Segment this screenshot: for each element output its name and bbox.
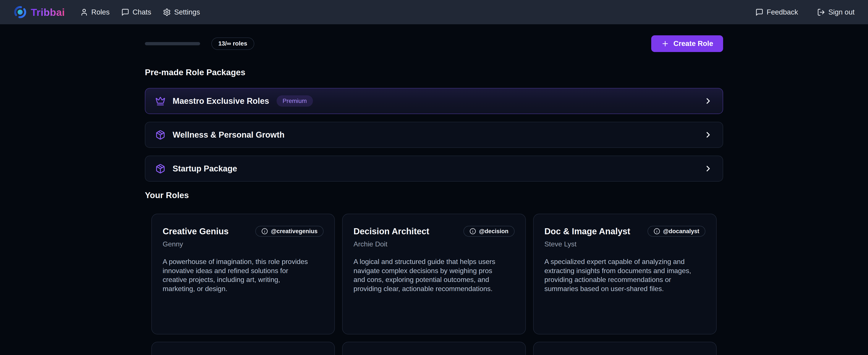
package-title: Wellness & Personal Growth xyxy=(173,130,285,140)
logout-icon xyxy=(817,8,825,16)
role-card-partial[interactable] xyxy=(151,342,335,355)
feedback-bubble-icon xyxy=(755,8,764,16)
tribbai-logo-icon xyxy=(13,5,27,19)
feedback-label: Feedback xyxy=(767,8,798,16)
info-icon xyxy=(654,228,660,235)
role-card-creative-genius[interactable]: Creative Genius @creativegenius Genny A … xyxy=(151,214,335,334)
brand-logo[interactable]: Tribbai xyxy=(13,5,65,19)
role-handle-badge[interactable]: @decision xyxy=(463,226,515,237)
role-description: A specialized expert capable of analyzin… xyxy=(545,257,696,293)
nav-right: Feedback Sign out xyxy=(755,8,855,16)
package-row-startup[interactable]: Startup Package xyxy=(145,156,723,182)
role-handle: @decision xyxy=(479,228,508,235)
signout-button[interactable]: Sign out xyxy=(817,8,855,16)
gear-icon xyxy=(163,8,171,16)
chevron-right-icon xyxy=(704,164,713,173)
package-row-wellness[interactable]: Wellness & Personal Growth xyxy=(145,122,723,148)
role-subtitle: Genny xyxy=(163,240,323,248)
role-card-partial[interactable] xyxy=(342,342,526,355)
role-handle: @creativegenius xyxy=(271,228,317,235)
create-role-button[interactable]: Create Role xyxy=(651,35,723,52)
package-title: Startup Package xyxy=(173,164,237,173)
role-subtitle: Archie Doit xyxy=(353,240,514,248)
premium-badge: Premium xyxy=(277,95,313,107)
chat-bubble-icon xyxy=(121,8,129,16)
role-handle-badge[interactable]: @creativegenius xyxy=(255,226,323,237)
roles-progress-bar xyxy=(145,42,200,45)
role-card-header: Creative Genius @creativegenius xyxy=(163,226,323,237)
signout-label: Sign out xyxy=(828,8,855,16)
roles-grid: Creative Genius @creativegenius Genny A … xyxy=(145,214,723,334)
brand-name: Tribbai xyxy=(31,6,65,18)
role-card-decision-architect[interactable]: Decision Architect @decision Archie Doit… xyxy=(342,214,526,334)
role-card-header: Decision Architect @decision xyxy=(353,226,514,237)
feedback-button[interactable]: Feedback xyxy=(755,8,798,16)
package-title: Maestro Exclusive Roles xyxy=(173,96,269,106)
role-title: Doc & Image Analyst xyxy=(545,227,630,236)
roles-count-badge: 13/∞ roles xyxy=(211,37,254,50)
plus-icon xyxy=(661,40,669,48)
role-description: A powerhouse of imagination, this role p… xyxy=(163,257,314,293)
role-handle-badge[interactable]: @docanalyst xyxy=(648,226,705,237)
role-handle: @docanalyst xyxy=(663,228,699,235)
role-card-partial[interactable] xyxy=(533,342,717,355)
package-row-maestro[interactable]: Maestro Exclusive Roles Premium xyxy=(145,88,723,114)
nav-chats-label: Chats xyxy=(132,8,151,16)
chevron-right-icon xyxy=(704,96,713,106)
user-icon xyxy=(80,8,88,16)
your-roles-section-title: Your Roles xyxy=(145,190,723,200)
packages-section-title: Pre-made Role Packages xyxy=(145,68,723,77)
role-subtitle: Steve Lyst xyxy=(545,240,705,248)
main-content: 13/∞ roles Create Role Pre-made Role Pac… xyxy=(145,35,723,355)
info-icon xyxy=(261,228,268,235)
top-navbar: Tribbai Roles Chats Settings xyxy=(0,0,868,24)
package-icon xyxy=(155,164,165,174)
role-card-doc-image-analyst[interactable]: Doc & Image Analyst @docanalyst Steve Ly… xyxy=(533,214,717,334)
crown-icon xyxy=(155,96,165,106)
info-icon xyxy=(469,228,476,235)
role-description: A logical and structured guide that help… xyxy=(353,257,505,293)
nav-item-roles[interactable]: Roles xyxy=(80,8,110,16)
create-role-label: Create Role xyxy=(674,39,713,48)
roles-toolbar: 13/∞ roles Create Role xyxy=(145,35,723,52)
role-title: Creative Genius xyxy=(163,227,229,236)
chevron-right-icon xyxy=(704,130,713,139)
nav-item-chats[interactable]: Chats xyxy=(121,8,151,16)
role-card-header: Doc & Image Analyst @docanalyst xyxy=(545,226,705,237)
role-title: Decision Architect xyxy=(353,227,429,236)
roles-grid-next-row xyxy=(145,342,723,355)
nav-item-settings[interactable]: Settings xyxy=(163,8,200,16)
nav-items: Roles Chats Settings xyxy=(80,8,200,16)
package-icon xyxy=(155,130,165,140)
nav-settings-label: Settings xyxy=(174,8,200,16)
nav-roles-label: Roles xyxy=(91,8,110,16)
